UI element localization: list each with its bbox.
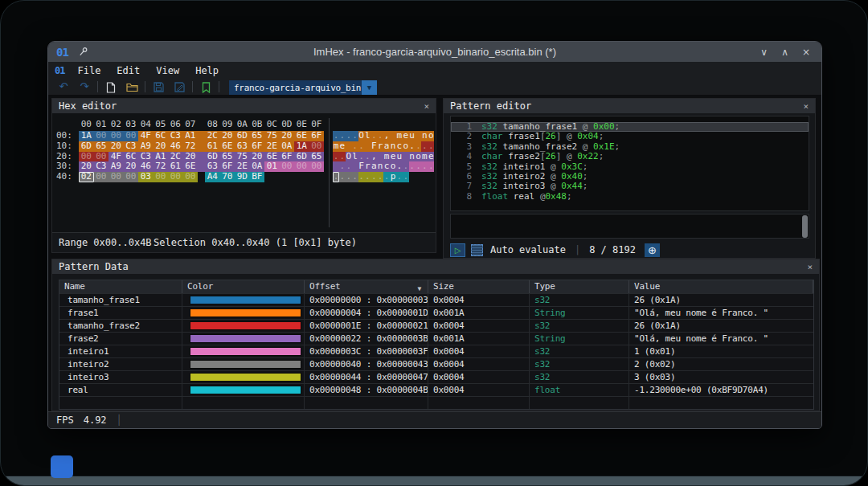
ascii-cell[interactable]: c <box>396 141 403 152</box>
hex-byte-cell[interactable]: 1A <box>294 141 309 152</box>
hex-byte-cell[interactable] <box>280 172 295 182</box>
ascii-cell[interactable]: . <box>421 161 428 172</box>
table-row[interactable]: inteiro10x0000003C : 0x0000003F0x0004s32… <box>59 345 813 357</box>
column-header-color[interactable]: Color <box>182 280 305 293</box>
file-selector-dropdown[interactable]: franco-garcia-arquivo_bin. ▼ <box>229 80 377 95</box>
ascii-cell[interactable] <box>364 141 371 152</box>
ascii-cell[interactable] <box>416 172 422 182</box>
ascii-cell[interactable]: F <box>371 141 377 152</box>
hex-byte-cell[interactable]: 65 <box>250 131 265 141</box>
hex-byte-cell[interactable]: 6C <box>154 131 169 141</box>
column-header-value[interactable]: Value <box>629 280 813 293</box>
hex-byte-cell[interactable]: 00 <box>108 131 124 141</box>
hex-byte-cell[interactable]: 02 <box>79 172 94 182</box>
titlebar[interactable]: 01 ImHex - franco-garcia-arquivo_binario… <box>48 42 821 62</box>
pattern-editor-close-icon[interactable]: × <box>803 101 809 112</box>
pattern-editor-header[interactable]: Pattern editor × <box>444 99 815 113</box>
ascii-cell[interactable]: . <box>346 131 352 141</box>
run-pattern-button[interactable]: ▷ <box>450 243 465 257</box>
pattern-data-header[interactable]: Pattern Data × <box>52 259 819 274</box>
ascii-cell[interactable]: . <box>333 172 339 182</box>
ascii-cell[interactable] <box>416 131 422 141</box>
table-row[interactable]: frase10x00000004 : 0x0000001D0x001AStrin… <box>59 306 813 319</box>
hex-byte-cell[interactable]: 2E <box>264 141 280 152</box>
table-row[interactable]: tamanho_frase20x0000001E : 0x000000210x0… <box>59 319 813 332</box>
ascii-cell[interactable]: O <box>358 131 365 141</box>
hex-byte-cell[interactable]: 00 <box>94 131 109 141</box>
ascii-cell[interactable]: e <box>403 131 409 141</box>
auto-evaluate-checkbox[interactable] <box>471 244 483 256</box>
ascii-cell[interactable]: . <box>333 131 339 141</box>
hex-byte-cell[interactable]: 9D <box>235 172 250 182</box>
column-header-type[interactable]: Type <box>530 280 629 293</box>
ascii-cell[interactable]: . <box>352 141 358 152</box>
hex-byte-cell[interactable]: 00 <box>154 172 169 182</box>
hex-byte-cell[interactable]: 00 <box>124 172 139 182</box>
hex-byte-cell[interactable]: A1 <box>183 131 199 141</box>
menu-help[interactable]: Help <box>194 65 220 76</box>
table-row[interactable]: inteiro20x00000040 : 0x000000430x0004s32… <box>59 357 813 370</box>
column-header-offset[interactable]: Offset▼ <box>305 280 428 293</box>
ascii-cell[interactable]: . <box>371 172 377 182</box>
table-row[interactable]: real0x00000048 : 0x0000004B0x0004float-1… <box>59 383 813 396</box>
ascii-cell[interactable]: . <box>409 161 416 172</box>
hex-byte-cell[interactable] <box>264 172 280 182</box>
hex-byte-cell[interactable]: 00 <box>183 172 199 182</box>
dropdown-arrow-icon[interactable]: ▼ <box>362 80 377 95</box>
ascii-cell[interactable]: . <box>416 141 422 152</box>
ascii-cell[interactable]: o <box>403 141 409 152</box>
hex-byte-cell[interactable]: 75 <box>264 131 280 141</box>
console-scrollbar[interactable] <box>802 215 808 238</box>
hex-byte-cell[interactable]: 6F <box>309 131 325 141</box>
ascii-cell[interactable]: . <box>377 172 383 182</box>
ascii-cell[interactable] <box>346 141 352 152</box>
hex-byte-cell[interactable]: 01 <box>264 161 280 172</box>
table-row[interactable]: inteiro30x00000044 : 0x000000470x0004s32… <box>59 370 813 383</box>
ascii-cell[interactable]: . <box>339 131 346 141</box>
ascii-cell[interactable]: p <box>390 172 396 182</box>
ascii-cell[interactable]: o <box>428 131 434 141</box>
redo-icon[interactable]: ↷ <box>77 80 92 94</box>
ascii-cell[interactable]: . <box>352 131 358 141</box>
pattern-data-close-icon[interactable]: × <box>807 262 813 272</box>
hex-byte-cell[interactable]: 0A <box>280 141 295 152</box>
hex-byte-cell[interactable]: 6F <box>250 141 265 152</box>
table-row[interactable]: tamanho_frase10x00000000 : 0x000000030x0… <box>59 293 813 306</box>
ascii-cell[interactable]: l <box>364 131 371 141</box>
hex-editor-close-icon[interactable]: × <box>424 101 429 112</box>
hex-byte-cell[interactable]: 20 <box>280 131 295 141</box>
ascii-cell[interactable]: r <box>377 141 383 152</box>
table-row[interactable]: frase20x00000022 : 0x0000003B0x001AStrin… <box>59 332 813 345</box>
save-as-icon[interactable] <box>172 80 186 94</box>
hex-byte-cell[interactable]: 63 <box>235 141 250 152</box>
hex-byte-cell[interactable]: A4 <box>205 172 220 182</box>
ascii-cell[interactable]: e <box>339 141 346 152</box>
open-file-icon[interactable] <box>125 80 139 94</box>
ascii-cell[interactable]: . <box>358 141 365 152</box>
pattern-console[interactable] <box>450 214 809 239</box>
hex-byte-cell[interactable]: 6D <box>79 141 94 152</box>
ascii-cell[interactable] <box>428 172 434 182</box>
undo-icon[interactable]: ↶ <box>56 80 71 94</box>
hex-byte-cell[interactable]: 20 <box>154 141 169 152</box>
save-icon[interactable] <box>151 80 166 94</box>
ascii-cell[interactable]: . <box>421 141 428 152</box>
hex-byte-cell[interactable]: 1A <box>79 131 94 141</box>
ascii-cell[interactable]: . <box>409 141 416 152</box>
ascii-cell[interactable] <box>421 172 428 182</box>
ascii-cell[interactable]: . <box>403 172 409 182</box>
code-line[interactable]: 8float real @0x48; <box>451 192 809 202</box>
ascii-cell[interactable]: m <box>396 131 403 141</box>
close-button[interactable]: × <box>802 47 810 58</box>
hex-byte-cell[interactable] <box>294 172 309 182</box>
hex-byte-cell[interactable]: 72 <box>183 141 199 152</box>
globe-icon[interactable]: ⊕ <box>645 243 660 257</box>
menu-view[interactable]: View <box>154 65 181 76</box>
ascii-cell[interactable]: . <box>352 172 358 182</box>
hex-byte-cell[interactable]: 2C <box>205 131 220 141</box>
ascii-cell[interactable] <box>409 172 416 182</box>
ascii-cell[interactable]: . <box>371 131 377 141</box>
hex-byte-cell[interactable]: 65 <box>94 141 109 152</box>
ascii-cell[interactable]: u <box>409 131 416 141</box>
ascii-cell[interactable]: . <box>358 172 365 182</box>
